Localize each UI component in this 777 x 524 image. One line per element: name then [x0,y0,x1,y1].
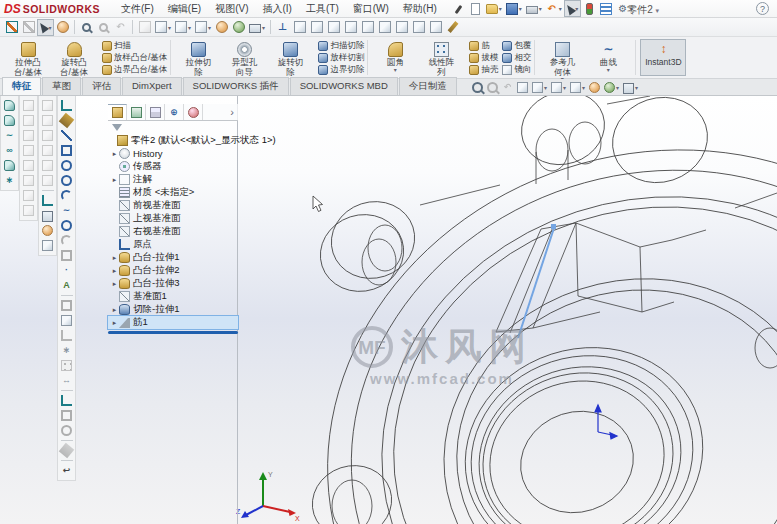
tree-item-boss-extrude1[interactable]: ▸ 凸台-拉伸1 [108,251,238,264]
tree-item-boss-extrude2[interactable]: ▸ 凸台-拉伸2 [108,264,238,277]
linear-pattern-button[interactable]: 线性阵列 ▾ [418,39,464,76]
dropdown-caret-icon[interactable]: ▾ [582,84,585,91]
lofted-surface-button[interactable]: ∞ [1,143,18,158]
tree-item-history[interactable]: ▸ History [108,147,238,160]
left-view-button[interactable] [325,19,342,36]
print-button[interactable]: ▾ [524,0,544,17]
dropdown-caret-icon[interactable]: ▾ [616,84,619,91]
menu-item[interactable]: 视图(V) [208,0,255,18]
swept-boss-button[interactable]: 扫描 [101,40,168,52]
mirror-entities-button[interactable] [58,298,75,313]
select-button[interactable]: ▾ [37,19,54,36]
expand-arrow-icon[interactable]: ▸ [110,306,119,314]
dropdown-caret-icon[interactable]: ▾ [168,24,171,31]
lofted-boss-button[interactable]: 放样凸台/基体 [101,52,168,64]
dropdown-caret-icon[interactable]: ▾ [262,24,265,31]
arc-button[interactable] [58,188,75,203]
text-button[interactable]: A [58,278,75,293]
menu-item[interactable]: 文件(F) [114,0,161,18]
isometric-view-button[interactable] [393,19,410,36]
menu-item[interactable]: 插入(I) [255,0,298,18]
hide-show-items-button[interactable]: ▾ [193,19,213,36]
top-view-button[interactable] [359,19,376,36]
offset-entities-button[interactable]: ∗ [58,343,75,358]
tab-sketch[interactable]: 草图 [42,77,81,95]
offset-surface-button[interactable] [1,158,18,173]
boundary-cut-button[interactable]: 边界切除 [317,64,365,76]
bottom-view-button[interactable] [39,173,56,188]
reference-geometry-button[interactable]: 参考几何体 ▾ [539,39,585,76]
trim-entities-button[interactable] [58,328,75,343]
sketch-button[interactable] [3,19,20,36]
point-button[interactable]: · [58,263,75,278]
boundary-boss-button[interactable]: 边界凸台/基体 [101,64,168,76]
tree-item-boss-extrude3[interactable]: ▸ 凸台-拉伸3 [108,277,238,290]
previous-view-button[interactable]: ↶ [500,80,515,95]
display-style-button[interactable]: ▾ [173,19,193,36]
move-entities-button[interactable]: ↔ [58,373,75,388]
hole-wizard-button[interactable]: 异型孔向导 ▾ [221,39,267,76]
circle-button[interactable] [58,158,75,173]
section-view-button[interactable] [515,80,530,95]
tab-features[interactable]: 特征 [2,77,41,95]
menu-item[interactable]: 窗口(W) [346,0,396,18]
help-button[interactable]: ? [756,2,769,15]
knit-surface-button[interactable]: ∗ [1,173,18,188]
dropdown-caret-icon[interactable]: ▾ [544,84,547,91]
back-view-button[interactable] [39,113,56,128]
tree-item-material[interactable]: ▸ 材质 <未指定> [108,186,238,199]
rollback-bar[interactable] [108,331,238,334]
sketch-endpoint[interactable] [551,224,556,229]
fillet-button[interactable]: 圆角 ▾ [372,39,418,76]
revolved-surface-button[interactable] [1,113,18,128]
dimxpertmanager-tab[interactable]: ⊕ [165,104,184,120]
fillet-surface-button[interactable] [20,98,37,113]
view-orientation-button[interactable]: ▾ [530,80,549,95]
trimetric-view-button[interactable] [410,19,427,36]
zoom-fit-button[interactable] [78,19,95,36]
revolved-boss-button[interactable]: 旋转凸台/基体 [51,39,97,76]
tree-item-top-plane[interactable]: ▸ 上视基准面 [108,212,238,225]
display-relations-button[interactable] [58,393,75,408]
intersect-button[interactable]: 相交 [501,52,532,64]
save-button[interactable]: ▾ [504,0,524,17]
edit-appearance-button[interactable] [587,80,602,95]
rib-tool-button[interactable] [20,128,37,143]
polygon-button[interactable] [58,248,75,263]
tree-root-part[interactable]: 零件2 (默认<<默认>_显示状态 1>) [108,134,238,147]
view-settings-button[interactable]: ▾ [621,80,640,95]
zoom-area-button[interactable] [485,80,500,95]
displaymanager-tab[interactable] [184,104,203,120]
apply-scene-button[interactable] [230,19,247,36]
filter-icon[interactable] [112,124,122,131]
view-settings-button[interactable] [39,208,56,223]
lofted-cut-button[interactable]: 放样切割 [317,52,365,64]
dropdown-caret-icon[interactable]: ▾ [519,5,522,12]
open-button[interactable]: ▾ [484,0,504,17]
tab-solidworks-mbd[interactable]: SOLIDWORKS MBD [290,77,398,95]
tree-item-right-plane[interactable]: ▸ 右视基准面 [108,225,238,238]
panel-expand-icon[interactable]: › [226,106,238,118]
dropdown-caret-icon[interactable]: ▾ [635,84,638,91]
pattern-surface-button[interactable] [20,113,37,128]
swept-cut-button[interactable]: 扫描切除 [317,40,365,52]
dropdown-caret-icon[interactable]: ▾ [559,5,562,12]
dome-tool-button[interactable] [20,188,37,203]
rectangle-button[interactable] [58,143,75,158]
bottom-view-button[interactable] [376,19,393,36]
dropdown-caret-icon[interactable]: ▾ [208,24,211,31]
sketch-corner-button[interactable] [39,193,56,208]
menu-item[interactable]: 帮助(H) [396,0,444,18]
tab-solidworks-addins[interactable]: SOLIDWORKS 插件 [183,77,289,95]
rib-button[interactable]: 筋 [468,40,499,52]
dropdown-caret-icon[interactable]: ▾ [48,24,51,31]
sketch-button[interactable] [58,98,75,113]
smart-dimension-button[interactable] [58,113,75,128]
tree-item-origin[interactable]: ▸ 原点 [108,238,238,251]
tree-item-cut-extrude1[interactable]: ▸ 切除-拉伸1 [108,303,238,316]
expand-arrow-icon[interactable]: ▸ [110,267,119,275]
dropdown-caret-icon[interactable]: ▾ [188,24,191,31]
left-view-button[interactable] [39,128,56,143]
menu-item[interactable]: 工具(T) [299,0,346,18]
edit-appearance-button[interactable] [39,223,56,238]
